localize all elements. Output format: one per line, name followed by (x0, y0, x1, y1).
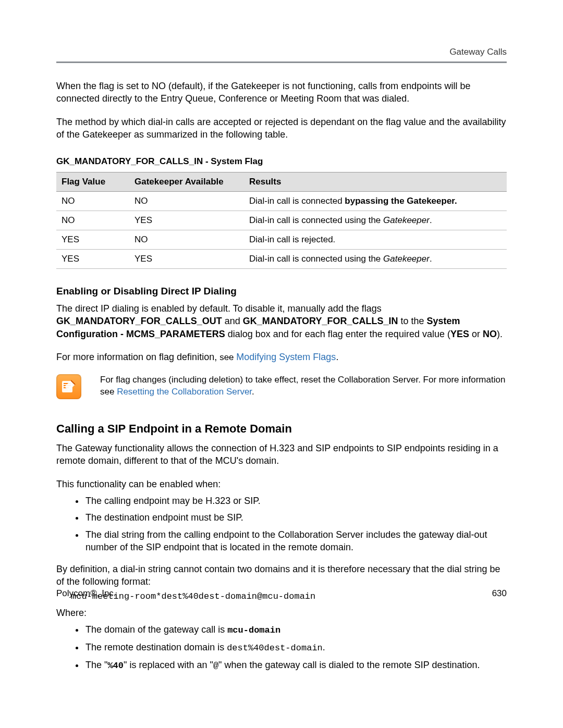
table-caption: GK_MANDATORY_FOR_CALLS_IN - System Flag (56, 156, 507, 167)
note-text: For flag changes (including deletion) to… (100, 374, 507, 398)
cell-flag-value: NO (56, 192, 129, 211)
sip-paragraph-4: Where: (56, 607, 507, 619)
sip-paragraph-1: The Gateway functionality allows the con… (56, 442, 507, 467)
cell-flag-value: YES (56, 250, 129, 269)
section-heading-sip-remote: Calling a SIP Endpoint in a Remote Domai… (56, 422, 507, 436)
list-item: The "%40" is replaced with an "@" when t… (84, 659, 507, 672)
cell-gk-available: NO (129, 230, 244, 250)
sip-paragraph-3: By definition, a dial-in string cannot c… (56, 563, 507, 588)
table-row: NO YES Dial-in call is connected using t… (56, 211, 507, 230)
intro-paragraph-1: When the flag is set to NO (default), if… (56, 80, 507, 105)
cell-gk-available: YES (129, 250, 244, 269)
cell-gk-available: NO (129, 192, 244, 211)
direct-ip-paragraph-1: The direct IP dialing is enabled by defa… (56, 302, 507, 340)
cell-results: Dial-in call is rejected. (244, 230, 507, 250)
note-block: For flag changes (including deletion) to… (56, 374, 507, 399)
table-header-flag-value: Flag Value (56, 172, 129, 192)
page-footer: Polycom®, Inc. 630 (56, 588, 507, 599)
footer-company: Polycom®, Inc. (56, 588, 116, 599)
table-row: YES NO Dial-in call is rejected. (56, 230, 507, 250)
cell-flag-value: YES (56, 230, 129, 250)
subsection-heading-direct-ip: Enabling or Disabling Direct IP Dialing (56, 286, 507, 297)
cell-gk-available: YES (129, 211, 244, 230)
note-icon (56, 374, 81, 399)
page-number: 630 (492, 588, 507, 599)
sip-paragraph-2: This functionality can be enabled when: (56, 478, 507, 490)
document-page: Gateway Calls When the flag is set to NO… (0, 0, 563, 728)
link-resetting-collab-server[interactable]: Resetting the Collaboration Server (117, 387, 252, 397)
sip-bullet-list-b: The domain of the gateway call is mcu-do… (56, 623, 507, 672)
list-item: The remote destination domain is dest%40… (84, 641, 507, 655)
direct-ip-paragraph-2: For more information on flag definition,… (56, 351, 507, 364)
registered-icon: ® (90, 588, 97, 598)
list-item: The dial string from the calling endpoin… (84, 528, 507, 554)
sip-bullet-list-a: The calling endpoint may be H.323 or SIP… (56, 495, 507, 553)
cell-results: Dial-in call is connected using the Gate… (244, 211, 507, 230)
system-flag-table: Flag Value Gatekeeper Available Results … (56, 172, 507, 269)
link-modifying-system-flags[interactable]: Modifying System Flags (236, 352, 336, 362)
table-header-gk-available: Gatekeeper Available (129, 172, 244, 192)
table-row: NO NO Dial-in call is connected bypassin… (56, 192, 507, 211)
table-header-results: Results (244, 172, 507, 192)
table-row: YES YES Dial-in call is connected using … (56, 250, 507, 269)
page-header: Gateway Calls (56, 47, 507, 63)
cell-results: Dial-in call is connected using the Gate… (244, 250, 507, 269)
cell-results: Dial-in call is connected bypassing the … (244, 192, 507, 211)
list-item: The calling endpoint may be H.323 or SIP… (84, 495, 507, 507)
breadcrumb: Gateway Calls (449, 47, 507, 57)
list-item: The destination endpoint must be SIP. (84, 511, 507, 524)
cell-flag-value: NO (56, 211, 129, 230)
intro-paragraph-2: The method by which dial-in calls are ac… (56, 116, 507, 141)
list-item: The domain of the gateway call is mcu-do… (84, 623, 507, 637)
table-header-row: Flag Value Gatekeeper Available Results (56, 172, 507, 192)
